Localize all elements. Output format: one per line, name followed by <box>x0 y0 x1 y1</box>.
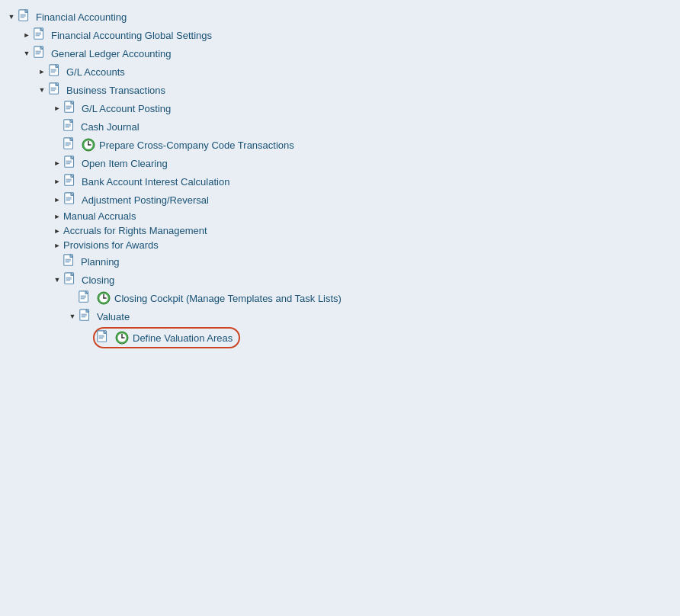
tree-row-business-transactions: ▼ Business Transactions <box>37 81 674 99</box>
tree-row-cash-journal: Cash Journal <box>52 117 674 136</box>
label-closing[interactable]: Closing <box>82 274 114 286</box>
children-business-transactions: ► G/L Account Posting <box>52 99 674 350</box>
label-bank-account-interest[interactable]: Bank Account Interest Calculation <box>82 176 229 188</box>
tree-row-define-valuation-areas: Define Valuation Areas <box>82 326 674 350</box>
children-closing: Closing Cockpit (Manage Templates and Ta… <box>67 289 674 350</box>
toggle-valuate[interactable]: ▼ <box>67 311 78 322</box>
toggle-business-transactions[interactable]: ▼ <box>37 85 47 95</box>
tree-row-cross-company: Prepare Cross-Company Code Transactions <box>52 136 674 154</box>
tree-row-valuate: ▼ Valuate <box>67 307 674 326</box>
tree-row-planning: Planning <box>52 252 674 271</box>
tree-row-manual-accruals: ► Manual Accruals <box>52 209 674 223</box>
toggle-open-item-clearing[interactable]: ► <box>52 158 63 168</box>
label-adjustment-posting[interactable]: Adjustment Posting/Reversal <box>82 194 209 206</box>
label-provisions-awards[interactable]: Provisions for Awards <box>63 239 159 251</box>
label-business-transactions[interactable]: Business Transactions <box>66 85 165 96</box>
label-cash-journal[interactable]: Cash Journal <box>81 121 140 133</box>
clock-icon-define-valuation <box>114 330 130 345</box>
doc-icon-fa-global-settings <box>33 27 48 43</box>
label-valuate[interactable]: Valuate <box>97 311 130 322</box>
tree-row-fa-global-settings: ► Financial Accounting Global Settings <box>21 26 674 44</box>
toggle-manual-accruals[interactable]: ► <box>52 211 63 222</box>
doc-icon-closing-cockpit <box>78 290 93 306</box>
doc-icon-valuate <box>79 309 94 324</box>
doc-icon-gl-account-posting <box>63 101 79 116</box>
toggle-provisions-awards[interactable]: ► <box>52 240 63 251</box>
tree-row-open-item-clearing: ► Open Item Clearing <box>52 154 674 172</box>
children-valuate: Define Valuation Areas <box>82 326 674 350</box>
label-general-ledger[interactable]: General Ledger Accounting <box>51 48 172 59</box>
toggle-accruals-rights[interactable]: ► <box>52 226 63 236</box>
doc-icon-adjustment-posting <box>63 192 79 207</box>
tree-row-gl-account-posting: ► G/L Account Posting <box>52 99 674 117</box>
label-gl-accounts[interactable]: G/L Accounts <box>66 66 125 78</box>
label-accruals-rights[interactable]: Accruals for Rights Management <box>63 225 207 236</box>
children-general-ledger: ► G/L Accounts ▼ <box>37 63 674 350</box>
doc-icon-cross-company <box>63 137 78 152</box>
clock-icon-closing-cockpit <box>96 290 111 306</box>
label-planning[interactable]: Planning <box>81 256 120 268</box>
children-financial-accounting: ► Financial Accounting Global Settings ▼ <box>21 26 674 350</box>
toggle-financial-accounting[interactable]: ▼ <box>6 11 17 22</box>
tree-row-general-ledger: ▼ General Ledger Accounting <box>21 44 674 63</box>
toggle-gl-account-posting[interactable]: ► <box>52 103 63 114</box>
doc-icon-closing <box>63 272 79 287</box>
tree-row-bank-account-interest: ► Bank Account Interest Calculation <box>52 172 674 191</box>
toggle-fa-global-settings[interactable]: ► <box>21 30 32 40</box>
doc-icon-gl-accounts <box>48 64 63 79</box>
label-gl-account-posting[interactable]: G/L Account Posting <box>82 103 171 114</box>
toggle-bank-account-interest[interactable]: ► <box>52 176 63 187</box>
doc-icon-financial-accounting <box>18 9 33 24</box>
label-closing-cockpit[interactable]: Closing Cockpit (Manage Templates and Ta… <box>114 293 342 304</box>
tree-row-adjustment-posting: ► Adjustment Posting/Reversal <box>52 191 674 209</box>
tree-row-accruals-rights: ► Accruals for Rights Management <box>52 223 674 238</box>
doc-icon-bank-account-interest <box>63 174 79 189</box>
toggle-general-ledger[interactable]: ▼ <box>21 48 32 59</box>
label-cross-company[interactable]: Prepare Cross-Company Code Transactions <box>99 140 294 151</box>
label-manual-accruals[interactable]: Manual Accruals <box>63 210 136 222</box>
toggle-closing[interactable]: ▼ <box>52 274 63 285</box>
toggle-adjustment-posting[interactable]: ► <box>52 194 63 205</box>
doc-icon-open-item-clearing <box>63 156 79 171</box>
doc-icon-planning <box>63 254 78 269</box>
tree-row-gl-accounts: ► G/L Accounts <box>37 63 674 81</box>
doc-icon-general-ledger <box>33 46 48 61</box>
doc-icon-business-transactions <box>48 82 63 98</box>
highlighted-define-valuation-areas[interactable]: Define Valuation Areas <box>93 327 240 348</box>
clock-icon-cross-company <box>81 137 96 152</box>
doc-icon-cash-journal <box>63 119 78 134</box>
tree-row-closing: ▼ Closing <box>52 271 674 289</box>
label-open-item-clearing[interactable]: Open Item Clearing <box>82 158 168 169</box>
doc-icon-define-valuation <box>96 330 111 345</box>
label-financial-accounting[interactable]: Financial Accounting <box>36 11 127 23</box>
tree-container: { "tree": { "root": { "label": "Financia… <box>0 0 680 616</box>
tree-row-closing-cockpit: Closing Cockpit (Manage Templates and Ta… <box>67 289 674 307</box>
tree-row-provisions-awards: ► Provisions for Awards <box>52 238 674 252</box>
label-define-valuation-areas[interactable]: Define Valuation Areas <box>133 332 233 344</box>
tree-row-financial-accounting: ▼ Financial Accounting <box>6 8 674 26</box>
toggle-gl-accounts[interactable]: ► <box>37 66 47 77</box>
label-fa-global-settings[interactable]: Financial Accounting Global Settings <box>51 30 212 41</box>
